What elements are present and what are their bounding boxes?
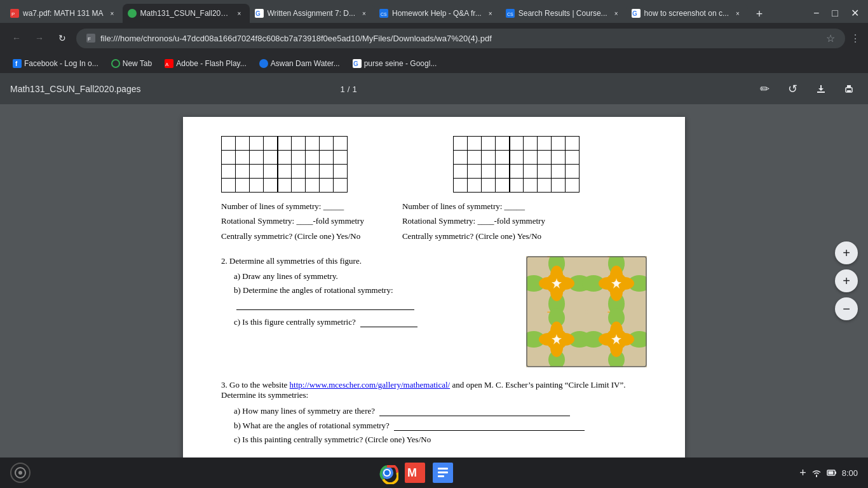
taskbar-right: + 8:00 [799,466,858,480]
svg-point-18 [259,59,268,68]
q3c: c) Is this painting centrally symmetric?… [234,435,647,445]
q3-label: 3. [221,380,229,390]
q2a-text: Draw any lines of symmetry. [242,271,337,281]
chrome-icon[interactable] [376,461,398,484]
grid-cell [552,165,566,179]
bookmark-newtab[interactable]: New Tab [106,57,157,71]
tab-close-wa7[interactable]: × [107,8,118,18]
google-favicon: G [353,59,362,68]
q3a-label: a) [234,406,242,416]
grid-cell [552,179,566,193]
top-grids-section [221,136,647,193]
svg-text:A: A [165,62,169,67]
grid-cell [524,137,538,151]
tab-screenshot[interactable]: G how to screenshot on c... × [627,4,748,23]
menu-icon[interactable]: ⋮ [850,32,860,44]
back-button[interactable]: ← [8,29,25,47]
bookmark-adobe[interactable]: A Adobe - Flash Play... [159,57,252,71]
bookmark-label-purse: purse seine - Googl... [364,59,437,68]
taskbar-center: M [376,461,454,484]
tab-homework[interactable]: CS Homework Help - Q&A fr... × [374,4,501,23]
svg-text:P: P [11,11,15,17]
tab-close-written[interactable]: × [359,8,369,18]
maximize-button[interactable]: □ [828,6,842,20]
adobe-favicon: A [165,59,173,68]
grid-cell [468,179,482,193]
grid-cell [524,179,538,193]
url-bar[interactable]: F file:///home/chronos/u-47dcd08a166d702… [76,29,845,48]
address-bar: ← → ↻ F file:///home/chronos/u-47dcd08a1… [0,23,868,53]
bookmark-icon[interactable]: ☆ [826,32,835,44]
gmail-icon[interactable]: M [403,461,426,484]
taskbar-circle[interactable] [10,463,31,483]
zoom-out-button[interactable]: − [835,297,858,320]
tab-favicon-written: G [255,9,264,18]
grid-cell [496,137,510,151]
svg-text:G: G [353,60,358,67]
q3c-text: Is this painting centrally symmetric? (C… [242,435,431,444]
refresh-button[interactable]: ↻ [53,29,71,47]
tab-close-screenshot[interactable]: × [733,8,743,18]
pdf-rotate-button[interactable]: ↺ [784,80,802,98]
grid-cell [320,165,334,179]
grid-cell-divider [510,137,524,151]
question-2-text: 2. Determine all symmetries of this figu… [221,256,501,266]
svg-text:CS: CS [381,12,387,17]
grid-cell [264,165,278,179]
pdf-download-button[interactable] [812,80,830,98]
answer-line-q2c [360,316,417,327]
grid-cell [334,165,348,179]
grid-cell [468,137,482,151]
grid-cell [538,179,552,193]
question-3-section: 3. Go to the website http://www.mcescher… [221,380,647,445]
svg-rect-98 [438,468,448,470]
tab-wa7[interactable]: P wa7.pdf: MATH 131 MA × [5,4,123,23]
q2c-label: c) [234,317,242,327]
pdf-tools: ✏ ↺ [756,80,858,98]
new-tab-button[interactable]: + [750,5,768,23]
grid-cell [566,151,580,165]
tab-close-search[interactable]: × [611,8,621,18]
svg-text:G: G [632,10,637,17]
grid-cell [566,179,580,193]
grid-cell [468,151,482,165]
newtab-favicon [111,59,120,68]
minimize-button[interactable]: − [810,6,823,20]
close-button[interactable]: ✕ [847,6,863,20]
tab-label-math131: Math131_CSUN_Fall202... [140,9,231,18]
svg-text:M: M [407,466,417,479]
zoom-in-top-button[interactable]: + [835,241,858,264]
tab-close-math131[interactable]: × [234,8,245,18]
pdf-page: Number of lines of symmetry: _____ Rotat… [183,117,685,458]
taskbar-left [10,463,31,483]
tab-search[interactable]: CS Search Results | Course... × [501,4,627,23]
zoom-controls: + + − [835,241,858,320]
q3b: b) What are the angles of rotational sym… [234,420,647,431]
browser-frame: P wa7.pdf: MATH 131 MA × Math131_CSUN_Fa… [0,0,868,488]
file-icon: F [86,34,95,43]
tab-label-search: Search Results | Course... [519,9,607,18]
grid-cell [264,179,278,193]
grid-cell [334,179,348,193]
tab-label-wa7: wa7.pdf: MATH 131 MA [23,9,104,18]
forward-button[interactable]: → [31,29,48,47]
taskbar-add-icon[interactable]: + [799,466,806,480]
answer-line-q3a [379,405,570,416]
grid-cell [454,165,468,179]
pdf-edit-button[interactable]: ✏ [756,80,774,98]
zoom-in-button[interactable]: + [835,269,858,292]
tab-close-homework[interactable]: × [485,8,496,18]
tab-favicon-search: CS [506,9,515,18]
grid-cell-divider [510,179,524,193]
pdf-print-button[interactable] [840,80,858,98]
docs-icon[interactable] [431,461,454,484]
q3-link[interactable]: http://www.mcescher.com/gallery/mathemat… [290,380,451,390]
tab-written[interactable]: G Written Assignment 7: D... × [250,4,375,23]
bookmark-aswan[interactable]: Aswan Dam Water... [254,57,345,71]
grid-cell [454,179,468,193]
bookmark-facebook[interactable]: f Facebook - Log In o... [8,57,104,71]
tab-math131[interactable]: Math131_CSUN_Fall202... × [123,4,250,23]
svg-rect-102 [835,471,836,474]
q2b-label: b) [234,285,243,295]
bookmark-purse[interactable]: G purse seine - Googl... [348,57,442,71]
